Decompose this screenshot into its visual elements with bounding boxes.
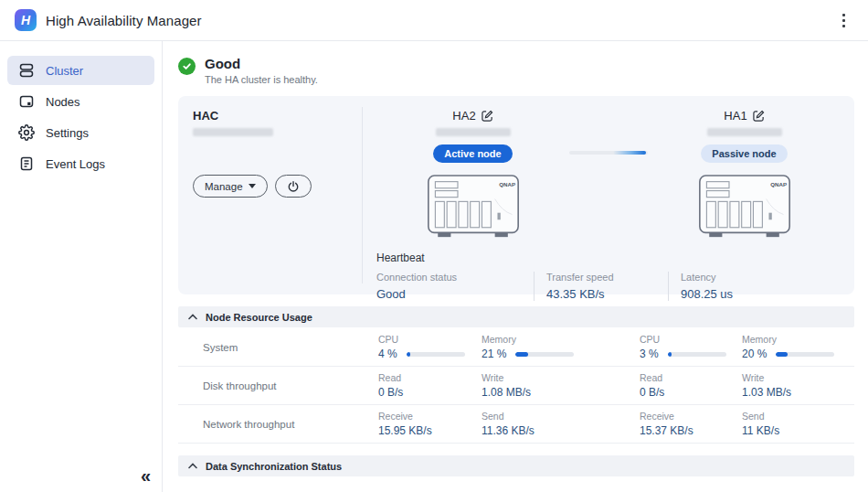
node-name: HA2: [452, 109, 475, 123]
metric-cell: Read 0 B/s: [378, 372, 482, 399]
cell-value: 11 KB/s: [742, 424, 854, 437]
cell-label: Receive: [640, 411, 742, 422]
cluster-name: HAC: [193, 109, 347, 123]
edit-node-name-icon[interactable]: [482, 110, 493, 122]
logo-letter: H: [21, 13, 30, 27]
app-header: H High Availability Manager: [0, 0, 868, 41]
cell-value: 20 %: [742, 348, 767, 360]
metric-value: 43.35 KB/s: [546, 287, 668, 301]
kebab-menu-icon[interactable]: [833, 10, 853, 30]
cpu-usage-meter: [407, 352, 465, 357]
sidebar-item-label: Settings: [46, 126, 89, 140]
main-content: Good The HA cluster is healthy. HAC Mana…: [163, 41, 868, 492]
sidebar: Cluster Nodes Settings: [0, 41, 163, 492]
nas-device-image: QNAP: [426, 173, 521, 242]
cell-value: 0 B/s: [640, 386, 742, 399]
data-sync-status-header[interactable]: Data Synchronization Status: [178, 455, 854, 476]
nas-device-image: QNAP: [697, 173, 792, 242]
cell-label: Read: [640, 372, 742, 383]
cell-label: Receive: [378, 411, 482, 422]
cell-value: 3 %: [640, 348, 659, 360]
cluster-icon: [18, 62, 35, 79]
metric-cell: CPU 4 %: [378, 334, 482, 360]
manage-button-label: Manage: [205, 181, 243, 192]
cell-value: 0 B/s: [378, 386, 482, 399]
dropdown-caret-icon: [249, 184, 256, 188]
sidebar-collapse-button[interactable]: «: [141, 466, 151, 485]
heartbeat-latency: Latency 908.25 us: [668, 272, 733, 301]
table-row-network-throughput: Network throughput Receive 15.95 KB/s Se…: [178, 405, 854, 444]
sidebar-item-label: Nodes: [46, 95, 80, 109]
heartbeat-section: Heartbeat Connection status Good Transfe…: [376, 251, 841, 301]
app-title: High Availability Manager: [46, 13, 202, 28]
data-transfer-indicator: [569, 151, 648, 155]
metric-cell: Read 0 B/s: [640, 372, 742, 399]
edit-node-name-icon[interactable]: [753, 110, 765, 122]
sidebar-item-event-logs[interactable]: Event Logs: [7, 149, 154, 178]
section-title: Node Resource Usage: [206, 312, 312, 323]
table-row-disk-throughput: Disk throughput Read 0 B/s Write 1.08 MB…: [178, 367, 854, 405]
metric-cell: CPU 3 %: [640, 334, 742, 360]
metric-cell: Receive 15.37 KB/s: [640, 411, 742, 437]
active-node-badge: Active node: [433, 144, 512, 163]
passive-node-badge: Passive node: [701, 144, 787, 163]
cell-label: Write: [482, 372, 640, 383]
sidebar-item-label: Event Logs: [46, 157, 105, 171]
node-resource-usage-header[interactable]: Node Resource Usage: [178, 306, 854, 327]
cell-label: CPU: [378, 334, 482, 345]
node-name: HA1: [724, 109, 746, 123]
cell-value: 15.95 KB/s: [378, 424, 482, 437]
cell-label: Send: [742, 411, 854, 422]
sidebar-item-settings[interactable]: Settings: [7, 118, 154, 147]
table-row-system: System CPU 4 % Memory 21 % CPU 3 %: [178, 328, 854, 367]
sidebar-item-nodes[interactable]: Nodes: [7, 87, 154, 116]
cluster-health-status: Good The HA cluster is healthy.: [178, 56, 854, 85]
heartbeat-connection-status: Connection status Good: [376, 272, 534, 301]
cell-value: 1.03 MB/s: [742, 386, 854, 399]
cell-value: 11.36 KB/s: [482, 424, 640, 437]
metric-cell: Send 11 KB/s: [742, 411, 854, 437]
transfer-flow-highlight: [613, 151, 646, 155]
memory-usage-meter: [776, 352, 834, 357]
metric-cell: Write 1.08 MB/s: [482, 372, 640, 399]
metric-cell: Send 11.36 KB/s: [482, 411, 640, 437]
cell-label: Write: [742, 372, 854, 383]
event-logs-icon: [18, 155, 35, 172]
cell-label: Send: [482, 411, 640, 422]
cell-value: 21 %: [482, 348, 506, 360]
heartbeat-title: Heartbeat: [376, 251, 841, 264]
nodes-panel: HA2 Active node: [363, 107, 854, 283]
chevron-up-icon: [188, 463, 197, 469]
power-button[interactable]: [275, 175, 312, 198]
resource-usage-table: System CPU 4 % Memory 21 % CPU 3 %: [178, 328, 854, 444]
sidebar-item-cluster[interactable]: Cluster: [7, 56, 154, 85]
node-active: HA2 Active node: [376, 107, 569, 242]
row-label: Disk throughput: [178, 380, 378, 391]
node-passive: HA1 Passive node: [648, 107, 841, 242]
row-label: System: [178, 342, 378, 353]
power-icon: [287, 180, 300, 193]
cell-value: 15.37 KB/s: [640, 424, 742, 437]
cell-label: CPU: [640, 334, 742, 345]
metric-value: Good: [376, 287, 534, 301]
cluster-ip-redacted: [193, 128, 273, 136]
manage-button[interactable]: Manage: [193, 175, 268, 198]
status-title: Good: [205, 56, 318, 71]
settings-icon: [18, 124, 35, 141]
app-window: H High Availability Manager Cluster: [0, 0, 868, 492]
cpu-usage-meter: [668, 352, 726, 357]
metric-label: Transfer speed: [546, 272, 668, 283]
node-ip-redacted: [436, 128, 511, 136]
metric-cell: Memory 21 %: [482, 334, 640, 360]
metric-cell: Receive 15.95 KB/s: [378, 411, 482, 437]
metric-label: Connection status: [376, 272, 534, 283]
health-check-icon: [178, 58, 196, 75]
metric-label: Latency: [681, 272, 733, 283]
node-ip-redacted: [707, 128, 782, 136]
cell-label: Read: [378, 372, 482, 383]
memory-usage-meter: [515, 352, 574, 357]
metric-cell: Write 1.03 MB/s: [742, 372, 854, 399]
section-title: Data Synchronization Status: [206, 461, 342, 472]
cell-label: Memory: [742, 334, 854, 345]
status-description: The HA cluster is healthy.: [205, 74, 318, 85]
